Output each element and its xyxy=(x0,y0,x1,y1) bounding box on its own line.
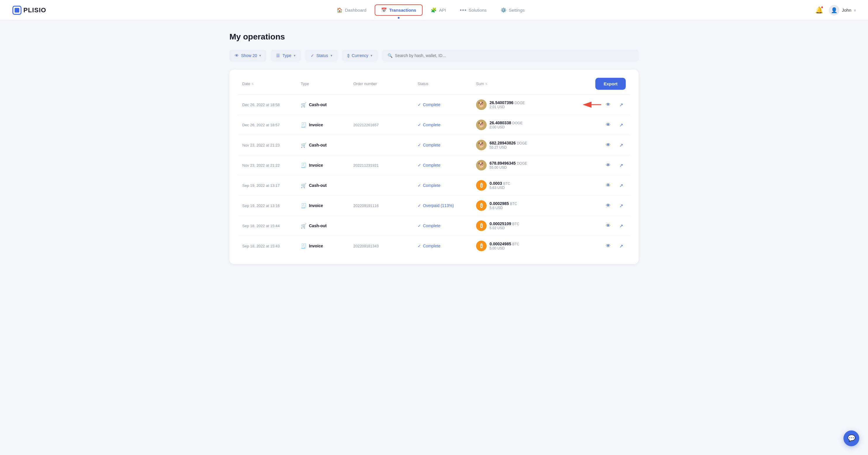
chat-button[interactable]: 💬 xyxy=(843,430,859,446)
table-row: Sep 19, 2022 at 13:16 🧾 Invoice 20220919… xyxy=(238,195,630,216)
type-filter[interactable]: ☰ Type ▾ xyxy=(271,50,301,61)
nav-item-solutions[interactable]: Solutions xyxy=(454,5,492,15)
nav-item-api[interactable]: 🧩 API xyxy=(425,5,452,15)
notification-badge xyxy=(820,6,824,9)
nav-item-dashboard[interactable]: 🏠 Dashboard xyxy=(331,5,372,15)
external-link-button[interactable]: ↗ xyxy=(616,140,626,150)
external-link-button[interactable]: ↗ xyxy=(616,201,626,210)
eye-icon: 👁 xyxy=(606,162,611,168)
crypto-amount: 682.28943826 DOGE xyxy=(490,141,527,145)
main-content: My operations 👁 Show 20 ▾ ☰ Type ▾ ✓ Sta… xyxy=(215,21,653,276)
status-check-icon: ✓ xyxy=(417,143,421,147)
crypto-currency: DOGE xyxy=(512,121,523,125)
nav-label-solutions: Solutions xyxy=(468,8,487,12)
crypto-currency: BTC xyxy=(512,242,519,246)
search-input[interactable] xyxy=(395,53,633,58)
sum-values: 0.00025109 BTC 5.02 USD xyxy=(490,221,519,230)
calendar-icon: 📅 xyxy=(381,7,387,13)
btc-coin-icon: ₿ xyxy=(476,200,487,211)
table-row: Sep 18, 2022 at 15:44 🛒 Cash-out ✓ Compl… xyxy=(238,216,630,236)
currency-filter[interactable]: ₿ Currency ▾ xyxy=(342,50,378,61)
external-link-icon: ↗ xyxy=(619,223,623,229)
bitcoin-icon: ₿ xyxy=(347,53,349,58)
cell-sum: ₿ 0.00024985 BTC 5.00 USD xyxy=(476,241,591,251)
export-button[interactable]: Export xyxy=(595,78,626,90)
crypto-currency: BTC xyxy=(512,222,519,226)
external-link-icon: ↗ xyxy=(619,122,623,128)
view-button[interactable]: 👁 xyxy=(603,100,613,109)
sort-icon[interactable]: ⇅ xyxy=(485,82,488,85)
chat-icon: 💬 xyxy=(847,434,856,442)
cell-status: ✓ Complete xyxy=(417,223,476,228)
view-button[interactable]: 👁 xyxy=(603,241,613,251)
logo[interactable]: PLISIO xyxy=(12,5,46,16)
transactions-table: Date ⇅ Type Order number Status Sum ⇅ Ex… xyxy=(229,69,639,264)
nav-item-transactions[interactable]: 📅 Transactions xyxy=(375,4,423,16)
external-link-button[interactable]: ↗ xyxy=(616,120,626,129)
user-menu[interactable]: 👤 John ∨ xyxy=(829,5,856,16)
crypto-amount: 678.89496345 DOGE xyxy=(490,161,527,165)
cart-icon: 🛒 xyxy=(301,102,307,108)
eye-icon: 👁 xyxy=(606,223,611,229)
status-filter[interactable]: ✓ Status ▾ xyxy=(305,50,338,61)
external-link-button[interactable]: ↗ xyxy=(616,181,626,190)
cell-status: ✓ Complete xyxy=(417,102,476,107)
search-icon: 🔍 xyxy=(388,53,393,58)
usd-amount: 55.00 USD xyxy=(490,165,527,170)
show-filter[interactable]: 👁 Show 20 ▾ xyxy=(229,50,266,61)
cell-sum: 🐕 678.89496345 DOGE 55.00 USD xyxy=(476,160,591,171)
cell-date: Nov 23, 2022 at 21:22 xyxy=(242,163,301,168)
crypto-currency: DOGE xyxy=(517,161,527,165)
cell-order: 202209191116 xyxy=(353,204,417,208)
nav-item-settings[interactable]: ⚙️ Settings xyxy=(495,5,530,15)
external-link-button[interactable]: ↗ xyxy=(616,160,626,170)
sort-icon[interactable]: ⇅ xyxy=(251,82,254,85)
col-sum: Sum ⇅ xyxy=(476,78,591,90)
eye-icon: 👁 xyxy=(606,122,611,127)
view-button[interactable]: 👁 xyxy=(603,140,613,150)
cell-type: 🧾 Invoice xyxy=(301,162,353,168)
view-button[interactable]: 👁 xyxy=(603,120,613,129)
view-button[interactable]: 👁 xyxy=(603,160,613,170)
external-link-icon: ↗ xyxy=(619,162,623,168)
external-link-button[interactable]: ↗ xyxy=(616,221,626,231)
check-icon: ✓ xyxy=(311,53,314,58)
sum-values: 0.0003 BTC 5.63 USD xyxy=(490,181,510,190)
table-row: Nov 23, 2022 at 21:22 🧾 Invoice 20221123… xyxy=(238,155,630,176)
eye-icon: 👁 xyxy=(235,53,239,58)
crypto-currency: DOGE xyxy=(517,141,527,145)
view-button[interactable]: 👁 xyxy=(603,181,613,190)
eye-icon: 👁 xyxy=(606,102,611,107)
currency-filter-label: Currency xyxy=(352,53,369,58)
puzzle-icon: 🧩 xyxy=(431,7,437,13)
cell-status: ✓ Overpaid (113%) xyxy=(417,203,476,208)
crypto-amount: 0.0002985 BTC xyxy=(490,201,517,206)
nav-label-transactions: Transactions xyxy=(389,8,416,12)
doge-coin-icon: 🐕 xyxy=(476,120,487,130)
status-check-icon: ✓ xyxy=(417,163,421,168)
external-link-button[interactable]: ↗ xyxy=(616,241,626,251)
view-button[interactable]: 👁 xyxy=(603,221,613,231)
usd-amount: 55.27 USD xyxy=(490,145,527,149)
cell-date: Dec 26, 2022 at 18:57 xyxy=(242,123,301,127)
doge-coin-icon: 🐕 xyxy=(476,160,487,171)
notification-bell[interactable]: 🔔 xyxy=(815,6,823,14)
cell-date: Dec 26, 2022 at 18:58 xyxy=(242,103,301,107)
doge-coin-icon: 🐕 xyxy=(476,99,487,110)
eye-icon: 👁 xyxy=(606,203,611,208)
cell-type: 🧾 Invoice xyxy=(301,243,353,249)
external-link-button[interactable]: ↗ xyxy=(616,100,626,109)
crypto-currency: BTC xyxy=(510,202,517,206)
main-nav: 🏠 Dashboard 📅 Transactions 🧩 API Solutio… xyxy=(331,4,530,16)
cell-status: ✓ Complete xyxy=(417,163,476,168)
crypto-amount: 0.0003 BTC xyxy=(490,181,510,186)
logo-icon xyxy=(12,5,22,16)
svg-rect-1 xyxy=(14,8,19,12)
table-row: Dec 26, 2022 at 18:57 🧾 Invoice 20221226… xyxy=(238,115,630,135)
table-row: Sep 18, 2022 at 15:43 🧾 Invoice 20220918… xyxy=(238,236,630,256)
doge-coin-icon: 🐕 xyxy=(476,140,487,150)
crypto-amount: 26.54007396 DOGE xyxy=(490,100,525,105)
search-bar[interactable]: 🔍 xyxy=(382,50,639,61)
table-header: Date ⇅ Type Order number Status Sum ⇅ Ex… xyxy=(238,78,630,95)
view-button[interactable]: 👁 xyxy=(603,201,613,210)
